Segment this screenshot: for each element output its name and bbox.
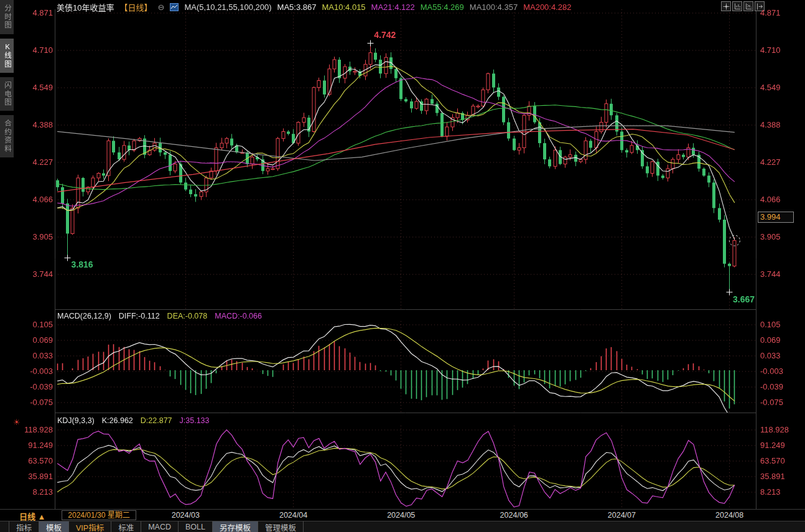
- axis-tick-label: 91.249: [18, 441, 53, 450]
- kdj-k-value: K:26.962: [102, 416, 133, 426]
- axis-tick-label: 4.549: [18, 83, 53, 92]
- axis-tick-label: 0.069: [760, 335, 801, 345]
- axis-tick-label: -0.039: [18, 382, 53, 391]
- footer-tab-indicators[interactable]: 指标: [9, 521, 39, 532]
- axis-tick-label: 4.388: [760, 120, 801, 129]
- ma10-value: MA10:4.015: [322, 2, 365, 12]
- x-axis-month-label: 2024/07: [603, 511, 640, 520]
- footer-tab-vip-indicators[interactable]: VIP指标: [69, 521, 111, 532]
- left-sidebar: 分时图 K线图 闪电图 合约资料: [0, 0, 12, 187]
- axis-tick-label: 4.710: [760, 45, 801, 55]
- macd-params-label: MACD(26,12,9): [57, 312, 111, 321]
- axis-tick-label: 0.105: [18, 320, 53, 329]
- footer-tab-save-template[interactable]: 另存模板: [213, 521, 258, 532]
- sidebar-item-lightning-chart[interactable]: 闪电图: [0, 77, 14, 111]
- axis-tick-label: 4.871: [760, 8, 801, 17]
- x-axis-month-label: 2024/04: [275, 511, 312, 520]
- axis-tick-label: 4.710: [18, 45, 53, 55]
- ma-params-label: MA(5,10,21,55,100,200): [184, 2, 271, 12]
- axis-tick-label: -0.003: [760, 366, 801, 376]
- zoom-in-chart-icon[interactable]: [732, 1, 742, 11]
- axis-tick-label: -0.003: [18, 366, 53, 376]
- macd-header: MACD(26,12,9) DIFF:-0.112 DEA:-0.078 MAC…: [57, 312, 262, 321]
- sidebar-item-time-chart[interactable]: 分时图: [0, 0, 14, 34]
- axis-tick-label: 4.871: [18, 8, 53, 17]
- kdj-d-value: D:22.877: [141, 416, 172, 426]
- trading-app-window: 分时图 K线图 闪电图 合约资料 美债10年收益率 【日线】 ⊖ MA(5,10…: [0, 0, 805, 532]
- footer-tab-boll[interactable]: BOLL: [179, 521, 213, 532]
- axis-tick-label: 4.227: [18, 157, 53, 167]
- instrument-title: 美债10年收益率: [57, 1, 114, 13]
- sidebar-item-contract-info[interactable]: 合约资料: [0, 115, 14, 157]
- x-axis-month-label: 2024/05: [383, 511, 420, 520]
- axis-tick-label: 35.891: [18, 472, 53, 481]
- axis-tick-label: 63.570: [760, 456, 801, 465]
- axis-tick-label: 8.213: [18, 487, 53, 497]
- axis-tick-label: 4.549: [760, 83, 801, 92]
- axis-tick-label: 3.744: [18, 269, 53, 279]
- kline-style-icon[interactable]: [170, 3, 179, 11]
- axis-tick-label: -0.075: [760, 398, 801, 407]
- last-price-tag: 3.994: [758, 212, 794, 223]
- axis-tick-label: 0.105: [760, 320, 801, 329]
- sidebar-item-kline-chart[interactable]: K线图: [0, 39, 14, 73]
- period-tag[interactable]: 【日线】: [119, 1, 152, 13]
- chart-header: 美债10年收益率 【日线】 ⊖ MA(5,10,21,55,100,200) M…: [57, 2, 572, 12]
- x-axis-month-label: 2024/08: [711, 511, 748, 520]
- footer-tab-macd[interactable]: MACD: [141, 521, 179, 532]
- axis-tick-label: 3.905: [18, 232, 53, 241]
- bottom-toolbar: 指标 模板 VIP指标 标准 MACD BOLL 另存模板 管理模板: [0, 521, 805, 532]
- kdj-j-value: J:35.133: [180, 416, 210, 426]
- axis-tick-label: 3.744: [760, 269, 801, 279]
- ma5-value: MA5:3.867: [277, 2, 317, 12]
- axis-tick-label: 0.069: [18, 335, 53, 345]
- toolbar-spacer: [0, 521, 9, 532]
- axis-tick-label: 3.905: [760, 232, 801, 241]
- kdj-header: KDJ(9,3,3) K:26.962 D:22.877 J:35.133: [57, 416, 210, 426]
- cursor-date-box[interactable]: 2024/01/30 星期二: [62, 510, 136, 520]
- footer-tab-templates[interactable]: 模板: [39, 521, 69, 532]
- axis-tick-label: 63.570: [18, 456, 53, 465]
- axis-tick-label: 0.033: [760, 351, 801, 360]
- macd-value: MACD:-0.066: [215, 312, 262, 321]
- low-annotation: 3.816: [72, 259, 93, 269]
- axis-tick-label: 91.249: [760, 441, 801, 450]
- ma100-value: MA100:4.357: [470, 2, 518, 12]
- ma55-value: MA55:4.269: [421, 2, 464, 12]
- axis-tick-label: -0.075: [18, 398, 53, 407]
- x-axis-month-label: 2024/03: [167, 511, 204, 520]
- axis-tick-label: 4.066: [18, 195, 53, 204]
- axis-tick-label: 8.213: [760, 487, 801, 497]
- macd-dea-value: DEA:-0.078: [167, 312, 208, 321]
- high-annotation: 4.742: [374, 30, 396, 40]
- collapse-icon[interactable]: ⊖: [157, 2, 164, 12]
- axis-tick-label: 118.928: [760, 425, 801, 434]
- axis-tick-label: 118.928: [18, 425, 53, 434]
- low-annotation: 3.667: [733, 294, 755, 304]
- footer-tab-manage-templates[interactable]: 管理模板: [258, 521, 304, 532]
- zoom-out-chart-icon[interactable]: [743, 1, 753, 11]
- macd-diff-value: DIFF:-0.112: [119, 312, 160, 321]
- chart-toolbar: [721, 1, 765, 11]
- ma21-value: MA21:4.122: [371, 2, 415, 12]
- kdj-params-label: KDJ(9,3,3): [57, 416, 95, 426]
- axis-tick-label: -0.039: [760, 382, 801, 391]
- candlestick-chart-canvas[interactable]: [0, 0, 805, 532]
- x-axis-month-label: 2024/06: [495, 511, 533, 520]
- axis-tick-label: 4.388: [18, 120, 53, 129]
- crosshair-move-icon[interactable]: [721, 1, 731, 11]
- axis-tick-label: 0.033: [18, 351, 53, 360]
- axis-tick-label: 35.891: [760, 472, 801, 481]
- axis-tick-label: 4.066: [760, 195, 801, 204]
- footer-tab-standard[interactable]: 标准: [111, 521, 141, 532]
- axis-tick-label: 4.227: [760, 157, 801, 167]
- ma200-value: MA200:4.282: [523, 2, 571, 12]
